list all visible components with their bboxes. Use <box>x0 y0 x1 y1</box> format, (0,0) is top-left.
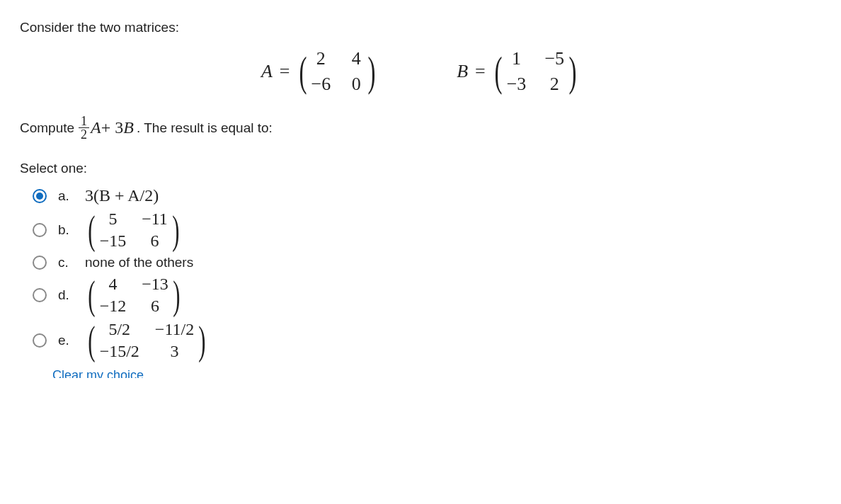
question-prompt: Consider the two matrices: <box>20 20 821 35</box>
answer-content: (5−11−156) <box>85 210 183 251</box>
answer-content: (4−13−126) <box>85 275 183 316</box>
right-paren-icon: ) <box>368 52 376 91</box>
matrix-A-label: A <box>261 61 273 82</box>
answer-list: a.3(B + A/2)b.(5−11−156)c.none of the ot… <box>20 186 821 361</box>
answer-letter: b. <box>58 222 74 238</box>
answer-option[interactable]: c.none of the others <box>33 255 821 270</box>
answer-matrix-grid: 4−13−126 <box>100 275 168 316</box>
right-paren-icon: ) <box>172 212 179 248</box>
right-paren-icon: ) <box>569 52 577 91</box>
matrix-B: B = ( 1 −5 −3 2 ) <box>457 48 580 95</box>
answer-content: (5/2−11/2−15/23) <box>85 320 209 361</box>
matrix-definitions: A = ( 2 4 −6 0 ) B = ( 1 −5 −3 2 ) <box>20 48 821 95</box>
clear-choice-link[interactable]: Clear my choice <box>20 368 821 378</box>
select-one-label: Select one: <box>20 161 821 176</box>
answer-matrix-grid: 5/2−11/2−15/23 <box>100 320 195 361</box>
answer-option[interactable]: e.(5/2−11/2−15/23) <box>33 320 821 361</box>
answer-letter: a. <box>58 188 74 204</box>
matrix-A: A = ( 2 4 −6 0 ) <box>261 48 379 95</box>
radio-button[interactable] <box>33 256 47 270</box>
equals-sign: = <box>475 61 486 82</box>
answer-letter: e. <box>58 333 74 348</box>
answer-content: 3(B + A/2) <box>85 186 159 205</box>
left-paren-icon: ( <box>88 212 95 248</box>
left-paren-icon: ( <box>299 52 307 91</box>
answer-letter: d. <box>58 287 74 303</box>
fraction: 1 2 <box>79 115 89 141</box>
compute-instruction: Compute 1 2 A + 3 B . The result is equa… <box>20 115 821 141</box>
answer-option[interactable]: a.3(B + A/2) <box>33 186 821 205</box>
radio-button[interactable] <box>33 333 47 348</box>
left-paren-icon: ( <box>88 277 95 313</box>
matrix-A-grid: 2 4 −6 0 <box>311 48 364 95</box>
right-paren-icon: ) <box>198 323 205 358</box>
right-paren-icon: ) <box>173 277 180 313</box>
left-paren-icon: ( <box>494 52 502 91</box>
answer-option[interactable]: d.(4−13−126) <box>33 275 821 316</box>
answer-content: none of the others <box>85 255 193 270</box>
answer-matrix-grid: 5−11−156 <box>100 210 168 251</box>
radio-button[interactable] <box>33 223 47 237</box>
radio-button[interactable] <box>33 189 47 203</box>
answer-letter: c. <box>58 255 74 270</box>
radio-button[interactable] <box>33 288 47 302</box>
answer-option[interactable]: b.(5−11−156) <box>33 210 821 251</box>
left-paren-icon: ( <box>88 323 95 358</box>
matrix-B-grid: 1 −5 −3 2 <box>507 48 564 95</box>
equals-sign: = <box>280 61 290 82</box>
matrix-B-label: B <box>457 61 468 82</box>
